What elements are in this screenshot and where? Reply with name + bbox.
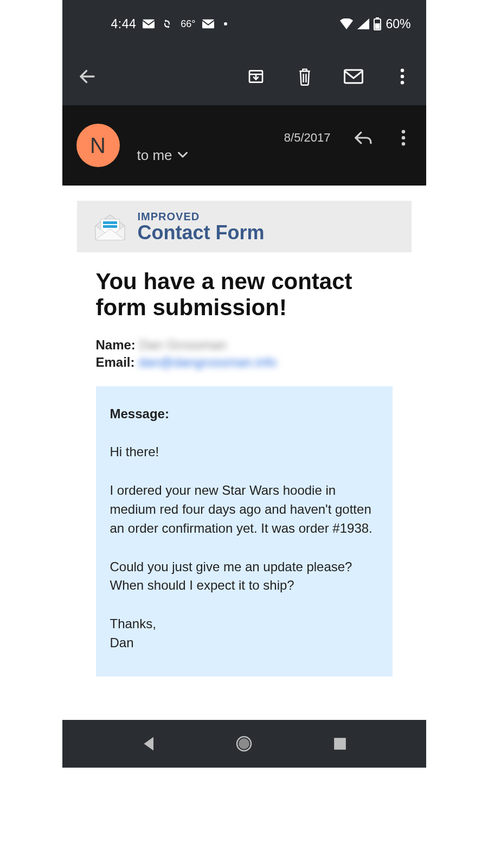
nav-back-button[interactable] xyxy=(137,733,159,755)
message-paragraph: Hi there! xyxy=(110,443,378,462)
email-value: dan@dangrossman.info xyxy=(138,355,277,369)
svg-point-16 xyxy=(401,136,405,140)
message-paragraph: Could you just give me an update please?… xyxy=(110,558,378,596)
headline: You have a new contact form submission! xyxy=(96,269,393,321)
message-box: Message: Hi there! I ordered your new St… xyxy=(96,386,393,676)
nav-home-button[interactable] xyxy=(233,733,255,755)
mail-notification-icon xyxy=(143,19,155,29)
message-label: Message: xyxy=(110,405,378,424)
svg-rect-20 xyxy=(103,221,117,224)
more-notifications-dot xyxy=(224,22,227,25)
nav-recent-button[interactable] xyxy=(329,733,351,755)
svg-rect-0 xyxy=(143,20,155,29)
envelope-icon xyxy=(93,212,127,242)
svg-point-13 xyxy=(400,75,404,79)
recipient-expand[interactable]: to me xyxy=(137,147,188,164)
email-line: Email: dan@dangrossman.info xyxy=(96,355,393,370)
status-left: 4:44 66° xyxy=(111,17,227,31)
svg-point-12 xyxy=(400,69,404,73)
more-options-button[interactable] xyxy=(389,63,415,90)
back-button[interactable] xyxy=(74,63,100,90)
sender-bar: N to me 8/5/2017 xyxy=(62,105,426,186)
mail-notification-icon-2 xyxy=(202,19,214,29)
message-paragraph: Thanks, Dan xyxy=(110,615,378,653)
svg-point-14 xyxy=(400,81,404,85)
wifi-icon xyxy=(340,18,353,29)
sender-right: 8/5/2017 xyxy=(284,125,415,151)
sender-avatar[interactable]: N xyxy=(76,124,120,167)
battery-percent: 60% xyxy=(386,17,410,31)
email-date: 8/5/2017 xyxy=(284,131,331,145)
status-time: 4:44 xyxy=(111,17,137,31)
to-label: to me xyxy=(137,147,172,164)
appbar-actions xyxy=(243,63,415,90)
reply-button[interactable] xyxy=(351,125,375,151)
status-bar: 4:44 66° 60% xyxy=(62,0,426,48)
system-nav-bar xyxy=(62,720,426,768)
chevron-down-icon xyxy=(178,152,188,158)
brand-banner: IMPROVED Contact Form xyxy=(77,201,412,252)
app-bar xyxy=(62,48,426,105)
cell-signal-icon xyxy=(357,18,369,29)
message-paragraph: I ordered your new Star Wars hoodie in m… xyxy=(110,481,378,538)
name-value: Dan Grossman xyxy=(139,337,227,352)
phone-frame: 4:44 66° 60% xyxy=(62,0,426,768)
mail-body: IMPROVED Contact Form You have a new con… xyxy=(62,186,426,698)
email-label: Email: xyxy=(96,355,135,369)
svg-rect-4 xyxy=(375,23,380,29)
name-label: Name: xyxy=(96,337,136,352)
svg-rect-11 xyxy=(344,70,362,83)
mark-unread-button[interactable] xyxy=(341,63,367,90)
sync-icon xyxy=(161,18,173,30)
svg-rect-1 xyxy=(202,20,214,29)
svg-point-15 xyxy=(401,130,405,134)
svg-point-24 xyxy=(239,738,249,749)
mail-content: You have a new contact form submission! … xyxy=(62,252,426,676)
svg-point-17 xyxy=(401,142,405,146)
svg-rect-3 xyxy=(376,17,379,19)
delete-button[interactable] xyxy=(292,63,318,90)
battery-icon xyxy=(374,17,381,30)
name-line: Name: Dan Grossman xyxy=(96,337,393,353)
svg-rect-25 xyxy=(334,738,346,750)
avatar-initial: N xyxy=(90,133,106,158)
status-right: 60% xyxy=(340,17,410,31)
email-more-options-button[interactable] xyxy=(391,125,415,151)
weather-temp: 66° xyxy=(181,18,195,30)
brand-line2: Contact Form xyxy=(138,223,265,242)
archive-button[interactable] xyxy=(243,63,269,90)
brand-text: IMPROVED Contact Form xyxy=(138,210,265,242)
svg-rect-21 xyxy=(103,225,117,228)
